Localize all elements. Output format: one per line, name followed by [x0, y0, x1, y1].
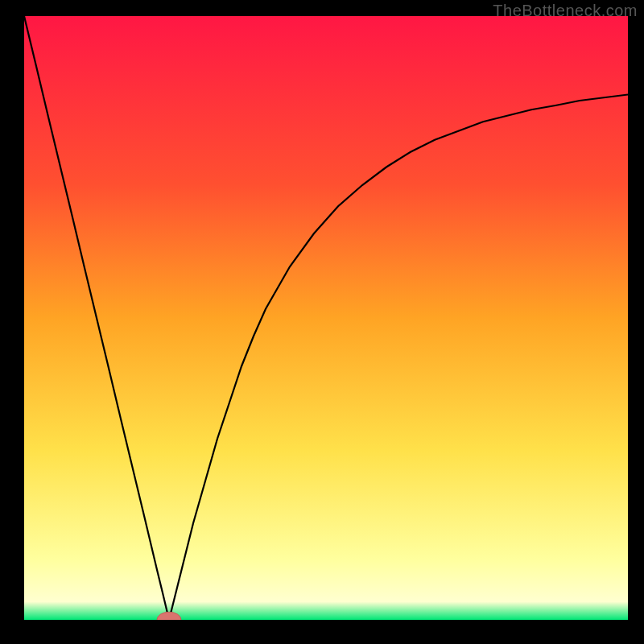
chart-svg — [24, 16, 628, 620]
plot-area — [24, 16, 628, 620]
heat-gradient-bg — [24, 16, 628, 620]
chart-frame: TheBottleneck.com — [0, 0, 644, 644]
